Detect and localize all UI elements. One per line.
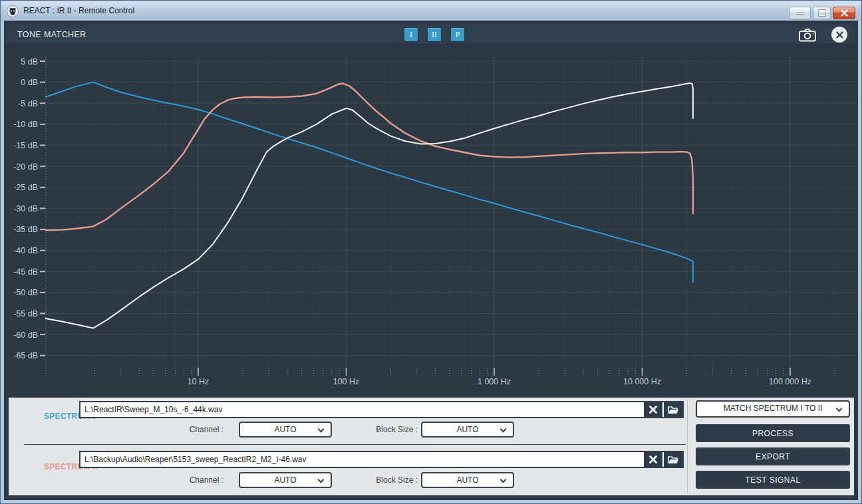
spectrum-i-browse-button[interactable]	[662, 402, 682, 417]
spectrum-ii-clear-button[interactable]	[643, 452, 662, 467]
close-window-button[interactable]	[833, 7, 855, 19]
spectrum-i-blocksize-label: Block Size :	[301, 422, 418, 438]
close-panel-button[interactable]	[831, 27, 847, 43]
svg-text:-65 dB: -65 dB	[13, 351, 38, 360]
close-circle-icon	[836, 31, 843, 39]
spectrum-i-blocksize-select[interactable]: AUTO	[421, 422, 514, 438]
svg-text:10 000 Hz: 10 000 Hz	[623, 377, 661, 386]
app-logo-icon	[7, 5, 19, 17]
spectrum-ii-file-input[interactable]: L:\Backup\Audio\Reaper\5153_sweep_ReactI…	[80, 452, 643, 467]
chevron-down-icon	[836, 406, 843, 412]
tone-matcher-header: TONE MATCHER I II P	[7, 25, 855, 45]
spectrum-i-file-input[interactable]: L:\ReactIR\Sweep_M_10s_-6_44k.wav	[80, 402, 643, 417]
svg-text:1 000 Hz: 1 000 Hz	[478, 377, 511, 386]
spectrum-i-channel-label: Channel :	[87, 422, 223, 438]
chevron-down-icon	[500, 477, 507, 483]
client-area: 5 dB0 dB-5 dB-10 dB-15 dB-20 dB-25 dB-30…	[4, 21, 858, 500]
chevron-down-icon	[500, 426, 507, 433]
tone-matcher-controls: SPECTRUM I L:\ReactIR\Sweep_M_10s_-6_44k…	[7, 396, 855, 497]
browse-folder-icon	[668, 455, 679, 464]
svg-text:-35 dB: -35 dB	[13, 225, 38, 234]
minimize-button[interactable]	[789, 7, 811, 19]
svg-text:-10 dB: -10 dB	[13, 120, 38, 129]
tab-spectrum-i[interactable]: I	[404, 28, 418, 41]
close-icon	[841, 9, 848, 17]
maximize-icon	[819, 10, 825, 16]
spectrum-ii-blocksize-select[interactable]: AUTO	[421, 472, 514, 488]
svg-text:-60 dB: -60 dB	[13, 330, 38, 340]
svg-text:-45 dB: -45 dB	[13, 267, 38, 277]
match-mode-select[interactable]: MATCH SPECTRUM I TO II	[696, 400, 850, 418]
svg-text:10 Hz: 10 Hz	[188, 377, 210, 386]
svg-text:-5 dB: -5 dB	[18, 99, 38, 108]
app-window: REACT : IR II - Remote Control 5 dB0 dB-…	[0, 0, 862, 504]
tab-p[interactable]: P	[451, 28, 464, 41]
spectrum-ii-file-row: L:\Backup\Audio\Reaper\5153_sweep_ReactI…	[79, 451, 684, 468]
svg-text:-40 dB: -40 dB	[13, 246, 38, 255]
spectrum-i-clear-button[interactable]	[643, 402, 662, 417]
spectrum-ii-channel-value: AUTO	[274, 475, 296, 485]
svg-text:0 dB: 0 dB	[21, 78, 38, 87]
view-tabs: I II P	[404, 28, 464, 41]
spectrum-divider	[24, 444, 686, 445]
panel-divider	[687, 400, 688, 493]
svg-text:5 dB: 5 dB	[21, 57, 38, 66]
clear-file-icon	[648, 405, 658, 414]
camera-icon[interactable]	[798, 28, 817, 42]
svg-text:-55 dB: -55 dB	[13, 309, 38, 318]
spectrum-i-channel-value: AUTO	[274, 425, 296, 434]
spectrum-ii-blocksize-label: Block Size :	[301, 472, 418, 488]
spectrum-i-blocksize-value: AUTO	[456, 425, 478, 434]
svg-text:-20 dB: -20 dB	[13, 162, 38, 172]
match-mode-value: MATCH SPECTRUM I TO II	[724, 404, 823, 413]
titlebar: REACT : IR II - Remote Control	[1, 1, 861, 21]
svg-text:100 000 Hz: 100 000 Hz	[769, 377, 811, 386]
spectrum-ii-browse-button[interactable]	[662, 452, 682, 467]
page-title: TONE MATCHER	[17, 30, 86, 39]
spectrum-ii-blocksize-value: AUTO	[456, 475, 478, 485]
svg-text:-25 dB: -25 dB	[13, 183, 38, 192]
tab-spectrum-ii[interactable]: II	[428, 28, 441, 41]
window-title: REACT : IR II - Remote Control	[23, 6, 134, 15]
svg-text:-50 dB: -50 dB	[13, 288, 38, 297]
process-button[interactable]: PROCESS	[696, 424, 850, 442]
test-signal-button[interactable]: TEST SIGNAL	[696, 471, 850, 489]
svg-text:100 Hz: 100 Hz	[333, 377, 360, 386]
spectrum-ii-channel-label: Channel :	[87, 472, 223, 488]
spectrum-i-file-row: L:\ReactIR\Sweep_M_10s_-6_44k.wav	[79, 401, 684, 418]
maximize-button[interactable]	[813, 7, 831, 19]
export-button[interactable]: EXPORT	[696, 447, 850, 465]
svg-text:-30 dB: -30 dB	[13, 204, 38, 213]
svg-text:-15 dB: -15 dB	[13, 141, 38, 150]
clear-file-icon	[648, 455, 658, 464]
browse-folder-icon	[668, 406, 679, 414]
minimize-icon	[796, 12, 804, 15]
